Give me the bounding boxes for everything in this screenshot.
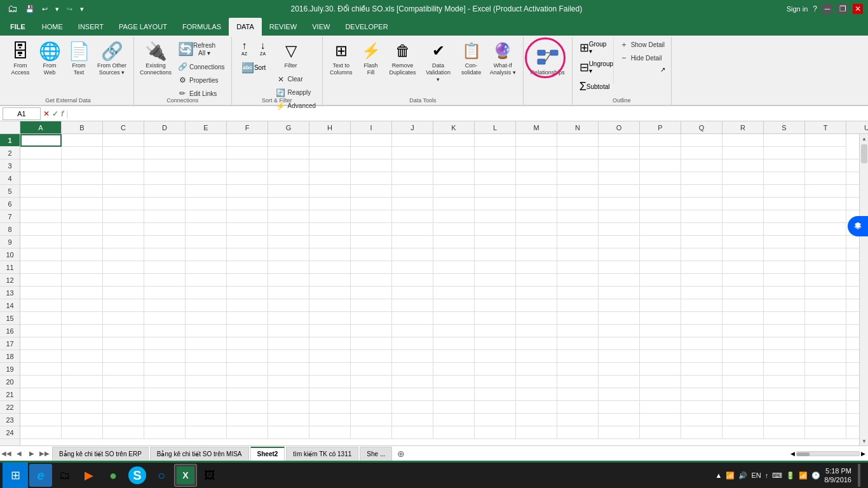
cell-M1[interactable] bbox=[516, 134, 557, 147]
cell-B10[interactable] bbox=[62, 248, 103, 261]
sheet-scroll-first[interactable]: ◀◀ bbox=[0, 447, 13, 460]
cell-H24[interactable] bbox=[309, 426, 351, 439]
cell-N4[interactable] bbox=[557, 172, 599, 185]
cell-R5[interactable] bbox=[722, 185, 764, 198]
cell-G22[interactable] bbox=[268, 401, 309, 414]
datetime-display[interactable]: 5:18 PM 8/9/2016 bbox=[824, 466, 851, 485]
cell-B8[interactable] bbox=[62, 223, 103, 236]
cell-B9[interactable] bbox=[62, 236, 103, 248]
cell-H15[interactable] bbox=[309, 312, 351, 325]
cell-M15[interactable] bbox=[516, 312, 557, 325]
cell-H19[interactable] bbox=[309, 363, 351, 376]
existing-connections-button[interactable]: 🔌 Existing Connections bbox=[138, 38, 173, 79]
cell-T24[interactable] bbox=[805, 426, 846, 439]
cell-B11[interactable] bbox=[62, 261, 103, 274]
cell-M7[interactable] bbox=[516, 210, 557, 223]
cell-R7[interactable] bbox=[722, 210, 764, 223]
cancel-formula-btn[interactable]: ✕ bbox=[43, 109, 50, 118]
from-web-button[interactable]: 🌐 From Web bbox=[36, 38, 64, 79]
cell-B23[interactable] bbox=[62, 414, 103, 426]
skype-btn[interactable]: S bbox=[126, 464, 149, 487]
cell-F23[interactable] bbox=[227, 414, 268, 426]
cell-K2[interactable] bbox=[433, 147, 475, 159]
cell-C18[interactable] bbox=[103, 350, 144, 363]
cell-B18[interactable] bbox=[62, 350, 103, 363]
cell-H14[interactable] bbox=[309, 299, 351, 312]
cell-E19[interactable] bbox=[186, 363, 227, 376]
cell-A10[interactable] bbox=[20, 248, 62, 261]
cell-D7[interactable] bbox=[144, 210, 186, 223]
cell-H10[interactable] bbox=[309, 248, 351, 261]
cell-C1[interactable] bbox=[103, 134, 144, 147]
cell-H11[interactable] bbox=[309, 261, 351, 274]
col-header-S[interactable]: S bbox=[764, 121, 805, 133]
cell-K20[interactable] bbox=[433, 376, 475, 388]
tray-arrow[interactable]: ▲ bbox=[715, 471, 722, 479]
properties-button[interactable]: ⚙ Properties bbox=[175, 74, 227, 86]
cell-C5[interactable] bbox=[103, 185, 144, 198]
cell-M9[interactable] bbox=[516, 236, 557, 248]
consolidate-button[interactable]: 📋 Con- solidate bbox=[458, 38, 485, 79]
cell-N19[interactable] bbox=[557, 363, 599, 376]
cell-H21[interactable] bbox=[309, 388, 351, 401]
hscroll-right[interactable]: ▶ bbox=[861, 451, 865, 457]
cell-B12[interactable] bbox=[62, 274, 103, 287]
cell-E14[interactable] bbox=[186, 299, 227, 312]
cell-C3[interactable] bbox=[103, 159, 144, 172]
col-header-A[interactable]: A bbox=[20, 121, 62, 133]
scroll-up-btn[interactable]: ▲ bbox=[860, 134, 868, 143]
dropbox-button[interactable] bbox=[848, 216, 868, 236]
cell-P15[interactable] bbox=[640, 312, 681, 325]
cell-B17[interactable] bbox=[62, 337, 103, 350]
cell-M3[interactable] bbox=[516, 159, 557, 172]
cell-K12[interactable] bbox=[433, 274, 475, 287]
cell-Q12[interactable] bbox=[681, 274, 722, 287]
cell-B2[interactable] bbox=[62, 147, 103, 159]
cell-Q16[interactable] bbox=[681, 325, 722, 337]
cell-D17[interactable] bbox=[144, 337, 186, 350]
cell-I16[interactable] bbox=[351, 325, 392, 337]
cell-I12[interactable] bbox=[351, 274, 392, 287]
cell-F8[interactable] bbox=[227, 223, 268, 236]
col-header-R[interactable]: R bbox=[722, 121, 764, 133]
cell-T22[interactable] bbox=[805, 401, 846, 414]
cell-B5[interactable] bbox=[62, 185, 103, 198]
cell-J18[interactable] bbox=[392, 350, 433, 363]
cell-D5[interactable] bbox=[144, 185, 186, 198]
cell-A15[interactable] bbox=[20, 312, 62, 325]
cell-I5[interactable] bbox=[351, 185, 392, 198]
cell-L5[interactable] bbox=[475, 185, 516, 198]
cell-G11[interactable] bbox=[268, 261, 309, 274]
subtotal-button[interactable]: Σ Subtotal bbox=[576, 78, 612, 96]
cell-N9[interactable] bbox=[557, 236, 599, 248]
cell-D23[interactable] bbox=[144, 414, 186, 426]
cell-Q6[interactable] bbox=[681, 198, 722, 210]
cell-E8[interactable] bbox=[186, 223, 227, 236]
cell-E7[interactable] bbox=[186, 210, 227, 223]
cell-R21[interactable] bbox=[722, 388, 764, 401]
cell-D8[interactable] bbox=[144, 223, 186, 236]
cell-U3[interactable] bbox=[846, 159, 859, 172]
cell-T21[interactable] bbox=[805, 388, 846, 401]
cell-S18[interactable] bbox=[764, 350, 805, 363]
cell-T10[interactable] bbox=[805, 248, 846, 261]
cell-N21[interactable] bbox=[557, 388, 599, 401]
cell-E6[interactable] bbox=[186, 198, 227, 210]
cell-B6[interactable] bbox=[62, 198, 103, 210]
cell-L14[interactable] bbox=[475, 299, 516, 312]
cell-L17[interactable] bbox=[475, 337, 516, 350]
cell-Q9[interactable] bbox=[681, 236, 722, 248]
cell-U6[interactable] bbox=[846, 198, 859, 210]
cell-K5[interactable] bbox=[433, 185, 475, 198]
cell-J13[interactable] bbox=[392, 287, 433, 299]
cell-B22[interactable] bbox=[62, 401, 103, 414]
cell-P10[interactable] bbox=[640, 248, 681, 261]
cell-M22[interactable] bbox=[516, 401, 557, 414]
cell-B4[interactable] bbox=[62, 172, 103, 185]
sheet-scroll-prev[interactable]: ◀ bbox=[13, 447, 25, 460]
cell-F2[interactable] bbox=[227, 147, 268, 159]
cell-R23[interactable] bbox=[722, 414, 764, 426]
cell-G4[interactable] bbox=[268, 172, 309, 185]
cell-R12[interactable] bbox=[722, 274, 764, 287]
cell-N6[interactable] bbox=[557, 198, 599, 210]
